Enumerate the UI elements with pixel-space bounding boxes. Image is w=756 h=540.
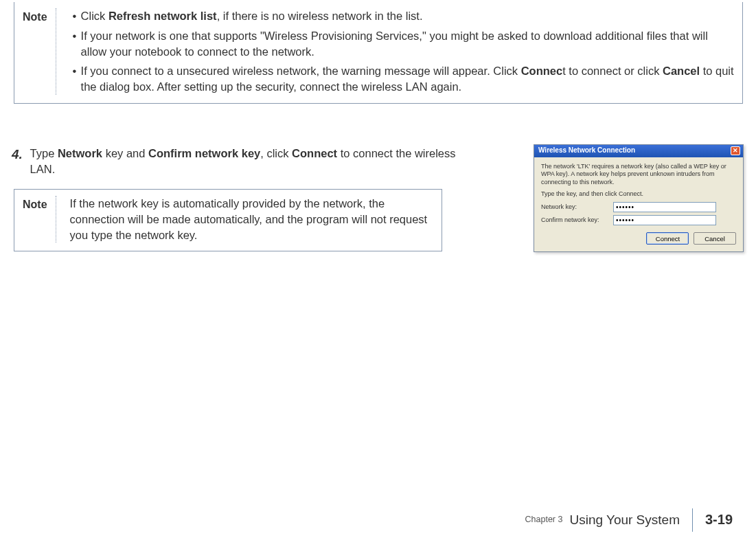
cancel-button[interactable]: Cancel <box>694 232 736 245</box>
dialog-instruction: Type the key, and then click Connect. <box>541 190 736 198</box>
chapter-title: Using Your System <box>569 511 692 529</box>
dialog-titlebar: Wireless Network Connection ✕ <box>534 145 743 157</box>
step-text: Type Network key and Confirm network key… <box>30 146 483 177</box>
chapter-label: Chapter 3 <box>525 514 570 526</box>
connect-button[interactable]: Connect <box>646 232 689 245</box>
note-box-top: Note Click Refresh network list, if ther… <box>14 2 743 104</box>
confirm-key-label: Confirm network key: <box>541 216 613 224</box>
dialog-body: The network 'LTK' requires a network key… <box>534 157 743 251</box>
note-box-inline: Note If the network key is automatically… <box>14 189 442 251</box>
network-key-label: Network key: <box>541 203 613 211</box>
note-content: Click Refresh network list, if there is … <box>70 8 734 95</box>
note-content-2: If the network key is automatically prov… <box>70 196 433 243</box>
note-item-1: Click Refresh network list, if there is … <box>73 8 734 28</box>
confirm-key-input[interactable] <box>613 215 716 225</box>
wireless-connection-dialog: Wireless Network Connection ✕ The networ… <box>534 144 744 252</box>
confirm-key-row: Confirm network key: <box>541 215 736 225</box>
page-divider <box>692 508 693 532</box>
note-item-2: If your network is one that supports "Wi… <box>73 28 734 64</box>
step-4: 4. Type Network key and Confirm network … <box>12 146 492 177</box>
page-number: 3-19 <box>705 510 756 530</box>
note-label: Note <box>23 8 56 95</box>
note-grid: Note Click Refresh network list, if ther… <box>23 8 734 95</box>
note-list: Click Refresh network list, if there is … <box>70 8 734 95</box>
dialog-buttons: Connect Cancel <box>541 228 736 245</box>
note-item-3: If you connect to a unsecured wireless n… <box>73 63 734 95</box>
page-footer: Chapter 3 Using Your System 3-19 <box>0 510 756 530</box>
dialog-description: The network 'LTK' requires a network key… <box>541 163 736 186</box>
note-label-2: Note <box>23 196 56 243</box>
close-icon[interactable]: ✕ <box>731 146 740 155</box>
network-key-row: Network key: <box>541 202 736 212</box>
network-key-input[interactable] <box>613 202 716 212</box>
note-grid-2: Note If the network key is automatically… <box>23 196 433 243</box>
step-number: 4. <box>12 146 27 164</box>
dialog-title: Wireless Network Connection <box>538 146 635 155</box>
